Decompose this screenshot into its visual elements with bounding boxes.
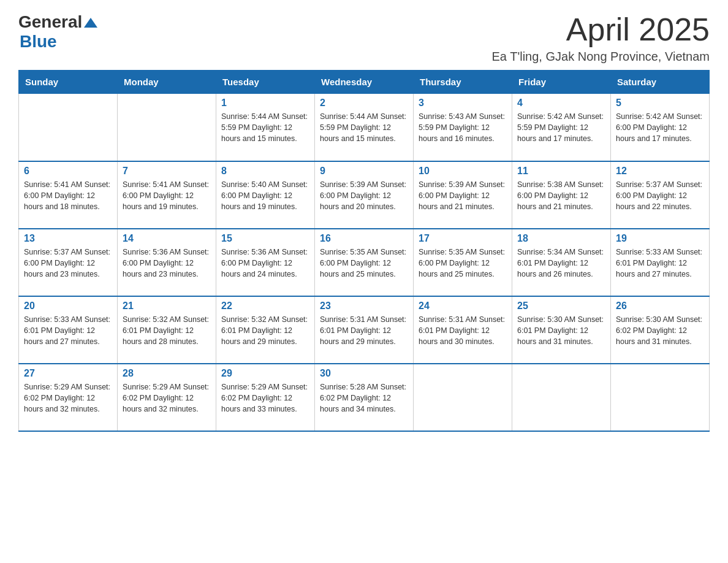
day-number: 15 (221, 233, 309, 244)
day-info: Sunrise: 5:34 AM Sunset: 6:01 PM Dayligh… (517, 247, 605, 280)
calendar-cell (19, 94, 118, 161)
calendar-cell: 30Sunrise: 5:28 AM Sunset: 6:02 PM Dayli… (315, 364, 414, 431)
calendar-cell: 1Sunrise: 5:44 AM Sunset: 5:59 PM Daylig… (216, 94, 315, 161)
day-info: Sunrise: 5:28 AM Sunset: 6:02 PM Dayligh… (320, 381, 408, 415)
title-area: April 2025 Ea T'ling, GJak Nong Province… (492, 12, 710, 64)
calendar-cell (611, 364, 710, 431)
calendar-cell: 15Sunrise: 5:36 AM Sunset: 6:00 PM Dayli… (216, 229, 315, 296)
calendar-cell: 16Sunrise: 5:35 AM Sunset: 6:00 PM Dayli… (315, 229, 414, 296)
day-number: 9 (320, 166, 408, 177)
calendar-cell: 11Sunrise: 5:38 AM Sunset: 6:00 PM Dayli… (512, 161, 611, 229)
day-number: 28 (123, 368, 211, 379)
calendar-cell: 7Sunrise: 5:41 AM Sunset: 6:00 PM Daylig… (118, 161, 216, 229)
day-number: 11 (517, 166, 605, 177)
logo-blue-text: Blue (20, 32, 97, 52)
calendar-cell: 9Sunrise: 5:39 AM Sunset: 6:00 PM Daylig… (315, 161, 414, 229)
weekday-header: Saturday (611, 71, 710, 94)
day-number: 30 (320, 368, 408, 379)
calendar-cell (414, 364, 512, 431)
day-info: Sunrise: 5:42 AM Sunset: 5:59 PM Dayligh… (517, 111, 605, 144)
day-number: 3 (419, 98, 507, 109)
calendar-cell: 14Sunrise: 5:36 AM Sunset: 6:00 PM Dayli… (118, 229, 216, 296)
calendar-week-row: 20Sunrise: 5:33 AM Sunset: 6:01 PM Dayli… (19, 296, 710, 364)
weekday-header: Sunday (19, 71, 118, 94)
day-info: Sunrise: 5:37 AM Sunset: 6:00 PM Dayligh… (24, 247, 112, 280)
day-number: 19 (616, 233, 704, 244)
day-info: Sunrise: 5:38 AM Sunset: 6:00 PM Dayligh… (517, 179, 605, 212)
page-header: General Blue April 2025 Ea T'ling, GJak … (18, 12, 710, 64)
calendar-cell: 4Sunrise: 5:42 AM Sunset: 5:59 PM Daylig… (512, 94, 611, 161)
day-info: Sunrise: 5:44 AM Sunset: 5:59 PM Dayligh… (320, 111, 408, 144)
day-info: Sunrise: 5:30 AM Sunset: 6:01 PM Dayligh… (517, 314, 605, 347)
logo-general-text: General (18, 12, 82, 32)
calendar-week-row: 6Sunrise: 5:41 AM Sunset: 6:00 PM Daylig… (19, 161, 710, 229)
calendar-cell: 25Sunrise: 5:30 AM Sunset: 6:01 PM Dayli… (512, 296, 611, 364)
day-info: Sunrise: 5:35 AM Sunset: 6:00 PM Dayligh… (419, 247, 507, 280)
calendar-cell: 22Sunrise: 5:32 AM Sunset: 6:01 PM Dayli… (216, 296, 315, 364)
calendar-cell: 18Sunrise: 5:34 AM Sunset: 6:01 PM Dayli… (512, 229, 611, 296)
day-info: Sunrise: 5:32 AM Sunset: 6:01 PM Dayligh… (221, 314, 309, 347)
day-info: Sunrise: 5:42 AM Sunset: 6:00 PM Dayligh… (616, 111, 704, 144)
weekday-header: Monday (118, 71, 216, 94)
day-number: 1 (221, 98, 309, 109)
day-number: 26 (616, 301, 704, 312)
day-info: Sunrise: 5:29 AM Sunset: 6:02 PM Dayligh… (221, 381, 309, 415)
calendar-cell: 20Sunrise: 5:33 AM Sunset: 6:01 PM Dayli… (19, 296, 118, 364)
day-info: Sunrise: 5:41 AM Sunset: 6:00 PM Dayligh… (123, 179, 211, 212)
day-info: Sunrise: 5:31 AM Sunset: 6:01 PM Dayligh… (320, 314, 408, 347)
day-number: 23 (320, 301, 408, 312)
day-info: Sunrise: 5:32 AM Sunset: 6:01 PM Dayligh… (123, 314, 211, 347)
calendar-cell: 5Sunrise: 5:42 AM Sunset: 6:00 PM Daylig… (611, 94, 710, 161)
day-number: 8 (221, 166, 309, 177)
calendar-cell (118, 94, 216, 161)
day-number: 21 (123, 301, 211, 312)
day-info: Sunrise: 5:39 AM Sunset: 6:00 PM Dayligh… (320, 179, 408, 212)
day-info: Sunrise: 5:37 AM Sunset: 6:00 PM Dayligh… (616, 179, 704, 212)
day-info: Sunrise: 5:29 AM Sunset: 6:02 PM Dayligh… (24, 381, 112, 415)
day-number: 14 (123, 233, 211, 244)
calendar-cell: 27Sunrise: 5:29 AM Sunset: 6:02 PM Dayli… (19, 364, 118, 431)
calendar-cell: 23Sunrise: 5:31 AM Sunset: 6:01 PM Dayli… (315, 296, 414, 364)
weekday-header: Thursday (414, 71, 512, 94)
day-number: 2 (320, 98, 408, 109)
day-info: Sunrise: 5:41 AM Sunset: 6:00 PM Dayligh… (24, 179, 112, 212)
month-title: April 2025 (492, 12, 710, 47)
day-info: Sunrise: 5:36 AM Sunset: 6:00 PM Dayligh… (221, 247, 309, 280)
day-number: 24 (419, 301, 507, 312)
logo: General Blue (18, 12, 97, 52)
day-number: 27 (24, 368, 112, 379)
day-info: Sunrise: 5:31 AM Sunset: 6:01 PM Dayligh… (419, 314, 507, 347)
day-info: Sunrise: 5:36 AM Sunset: 6:00 PM Dayligh… (123, 247, 211, 280)
day-number: 22 (221, 301, 309, 312)
day-number: 4 (517, 98, 605, 109)
day-number: 29 (221, 368, 309, 379)
calendar-week-row: 13Sunrise: 5:37 AM Sunset: 6:00 PM Dayli… (19, 229, 710, 296)
calendar-table: SundayMondayTuesdayWednesdayThursdayFrid… (18, 70, 710, 432)
day-number: 20 (24, 301, 112, 312)
calendar-cell: 28Sunrise: 5:29 AM Sunset: 6:02 PM Dayli… (118, 364, 216, 431)
calendar-cell: 17Sunrise: 5:35 AM Sunset: 6:00 PM Dayli… (414, 229, 512, 296)
day-info: Sunrise: 5:40 AM Sunset: 6:00 PM Dayligh… (221, 179, 309, 212)
day-number: 18 (517, 233, 605, 244)
calendar-cell (512, 364, 611, 431)
location-text: Ea T'ling, GJak Nong Province, Vietnam (492, 50, 710, 64)
day-info: Sunrise: 5:35 AM Sunset: 6:00 PM Dayligh… (320, 247, 408, 280)
day-info: Sunrise: 5:29 AM Sunset: 6:02 PM Dayligh… (123, 381, 211, 415)
day-number: 16 (320, 233, 408, 244)
calendar-week-row: 27Sunrise: 5:29 AM Sunset: 6:02 PM Dayli… (19, 364, 710, 431)
day-number: 13 (24, 233, 112, 244)
calendar-cell: 24Sunrise: 5:31 AM Sunset: 6:01 PM Dayli… (414, 296, 512, 364)
calendar-cell: 19Sunrise: 5:33 AM Sunset: 6:01 PM Dayli… (611, 229, 710, 296)
weekday-header: Tuesday (216, 71, 315, 94)
day-info: Sunrise: 5:39 AM Sunset: 6:00 PM Dayligh… (419, 179, 507, 212)
calendar-cell: 10Sunrise: 5:39 AM Sunset: 6:00 PM Dayli… (414, 161, 512, 229)
calendar-header-row: SundayMondayTuesdayWednesdayThursdayFrid… (19, 71, 710, 94)
calendar-cell: 3Sunrise: 5:43 AM Sunset: 5:59 PM Daylig… (414, 94, 512, 161)
calendar-cell: 21Sunrise: 5:32 AM Sunset: 6:01 PM Dayli… (118, 296, 216, 364)
weekday-header: Friday (512, 71, 611, 94)
day-number: 25 (517, 301, 605, 312)
calendar-cell: 2Sunrise: 5:44 AM Sunset: 5:59 PM Daylig… (315, 94, 414, 161)
calendar-cell: 13Sunrise: 5:37 AM Sunset: 6:00 PM Dayli… (19, 229, 118, 296)
calendar-cell: 6Sunrise: 5:41 AM Sunset: 6:00 PM Daylig… (19, 161, 118, 229)
day-number: 5 (616, 98, 704, 109)
